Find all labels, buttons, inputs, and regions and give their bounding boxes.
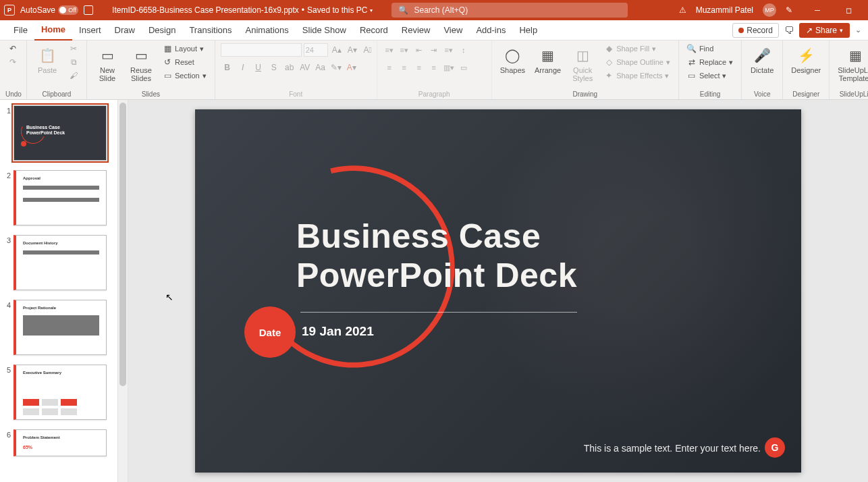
search-box[interactable]: 🔍 — [391, 3, 628, 18]
tab-slideshow[interactable]: Slide Show — [296, 20, 353, 41]
sample-text[interactable]: This is a sample text. Enter your text h… — [584, 443, 761, 454]
tab-help[interactable]: Help — [512, 20, 544, 41]
maximize-button[interactable]: ◻ — [833, 0, 864, 20]
thumbnail-row[interactable]: 4 Project Rationale — [3, 300, 115, 355]
tab-draw[interactable]: Draw — [108, 20, 142, 41]
scrollbar-handle[interactable] — [119, 103, 126, 386]
tab-transitions[interactable]: Transitions — [182, 20, 238, 41]
thumbnail-5[interactable]: Executive Summary — [13, 365, 107, 420]
shape-effects-button[interactable]: ✦Shape Effects ▾ — [601, 70, 673, 81]
slide-title[interactable]: Business Case PowerPoint Deck — [296, 217, 577, 295]
date-badge[interactable]: Date — [244, 306, 296, 358]
tab-insert[interactable]: Insert — [72, 20, 108, 41]
shapes-button[interactable]: ◯Shapes — [497, 43, 528, 77]
indent-dec-button[interactable]: ⇤ — [412, 43, 426, 57]
chevron-down-icon[interactable]: ▾ — [370, 7, 373, 14]
mode-icon[interactable]: 🗨 — [784, 25, 794, 36]
text-direction-button[interactable]: ↕ — [457, 43, 470, 57]
user-avatar[interactable]: MP — [763, 3, 776, 17]
tab-addins[interactable]: Add-ins — [469, 20, 512, 41]
replace-button[interactable]: ⇄Replace ▾ — [684, 57, 736, 68]
decrease-font-button[interactable]: A▾ — [346, 43, 359, 57]
redo-button[interactable]: ↷ — [5, 57, 20, 68]
tab-design[interactable]: Design — [142, 20, 182, 41]
arrange-button[interactable]: ▦Arrange — [532, 43, 564, 77]
align-center-button[interactable]: ≡ — [398, 61, 411, 74]
justify-button[interactable]: ≡ — [427, 61, 441, 74]
highlight-button[interactable]: ✎▾ — [329, 61, 343, 74]
thumbnail-row[interactable]: 1 Business CasePowerPoint Deck — [3, 105, 115, 161]
bold-button[interactable]: B — [221, 61, 234, 74]
toggle-switch[interactable]: Off — [58, 5, 78, 15]
user-name[interactable]: Muzammil Patel — [696, 5, 753, 15]
new-slide-button[interactable]: ▭ New Slide — [92, 43, 122, 85]
search-input[interactable] — [414, 5, 621, 15]
warning-icon[interactable] — [679, 5, 686, 15]
slide-editor[interactable]: Business Case PowerPoint Deck Date 19 Ja… — [128, 100, 868, 482]
designer-button[interactable]: ⚡Designer — [788, 43, 823, 77]
increase-font-button[interactable]: A▴ — [330, 43, 344, 57]
shape-outline-button[interactable]: ◇Shape Outline ▾ — [601, 57, 673, 68]
align-right-button[interactable]: ≡ — [412, 61, 426, 74]
reuse-slides-button[interactable]: ▭ Reuse Slides — [126, 43, 156, 85]
cut-button[interactable]: ✂ — [66, 43, 81, 54]
thumbnail-row[interactable]: 6 Problem Statement 65% — [3, 429, 115, 456]
columns-button[interactable]: ▥▾ — [442, 61, 456, 74]
quick-styles-button[interactable]: ◫Quick Styles — [568, 43, 597, 85]
paste-button[interactable]: 📋 Paste — [32, 43, 62, 77]
save-icon[interactable] — [84, 5, 93, 15]
tab-review[interactable]: Review — [395, 20, 437, 41]
underline-button[interactable]: U — [252, 61, 265, 74]
font-color-button[interactable]: A▾ — [345, 61, 358, 74]
layout-button[interactable]: ▦Layout ▾ — [160, 43, 209, 54]
g-badge[interactable]: G — [765, 437, 785, 458]
minimize-button[interactable]: ─ — [802, 0, 833, 20]
tab-file[interactable]: File — [7, 20, 34, 41]
thumbnail-6[interactable]: Problem Statement 65% — [13, 429, 107, 456]
thumbnail-row[interactable]: 5 Executive Summary — [3, 365, 115, 420]
align-left-button[interactable]: ≡ — [383, 61, 396, 74]
thumbnail-4[interactable]: Project Rationale — [13, 300, 107, 355]
thumbnail-scrollbar[interactable] — [117, 100, 128, 482]
tab-view[interactable]: View — [437, 20, 469, 41]
section-button[interactable]: ▭Section ▾ — [160, 70, 209, 81]
thumbnail-3[interactable]: Document History — [13, 235, 107, 290]
convert-smartart-button[interactable]: ▭ — [457, 61, 470, 74]
shape-fill-button[interactable]: ◆Shape Fill ▾ — [601, 43, 673, 54]
italic-button[interactable]: I — [236, 61, 250, 74]
spacing-button[interactable]: AV — [298, 61, 312, 74]
tab-home[interactable]: Home — [34, 20, 72, 41]
slideuplift-button[interactable]: ▦SlideUpLift Templates — [835, 43, 868, 85]
format-painter-button[interactable]: 🖌 — [66, 70, 81, 81]
thumbnail-row[interactable]: 3 Document History — [3, 235, 115, 290]
undo-button[interactable]: ↶ — [5, 43, 20, 54]
thumbnail-row[interactable]: 2 Approval — [3, 170, 115, 225]
filename-area[interactable]: ItemID-6658-Business Case Presentation-1… — [112, 5, 373, 15]
autosave-toggle[interactable]: AutoSave Off — [20, 5, 78, 15]
numbering-button[interactable]: ≡▾ — [398, 43, 411, 57]
ribbon-collapse-button[interactable]: ⌄ — [855, 26, 861, 34]
shadow-button[interactable]: ab — [283, 61, 296, 74]
dictate-button[interactable]: 🎤Dictate — [747, 43, 777, 77]
bullets-button[interactable]: ≡▾ — [383, 43, 396, 57]
select-button[interactable]: ▭Select ▾ — [684, 70, 736, 81]
find-button[interactable]: 🔍Find — [684, 43, 736, 54]
reset-button[interactable]: ↺Reset — [160, 57, 209, 68]
font-family-select[interactable] — [221, 43, 302, 57]
pen-icon[interactable]: ✎ — [786, 5, 792, 15]
date-value[interactable]: 19 Jan 2021 — [302, 324, 374, 339]
share-button[interactable]: ↗ Share ▾ — [799, 23, 850, 38]
clear-format-button[interactable]: A⃠ — [361, 43, 375, 57]
line-spacing-button[interactable]: ≡▾ — [442, 43, 456, 57]
tab-record[interactable]: Record — [353, 20, 395, 41]
font-size-select[interactable] — [304, 43, 328, 57]
copy-button[interactable]: ⧉ — [66, 57, 81, 68]
tab-animations[interactable]: Animations — [239, 20, 296, 41]
thumbnail-2[interactable]: Approval — [13, 170, 107, 225]
indent-inc-button[interactable]: ⇥ — [427, 43, 441, 57]
case-button[interactable]: Aa — [314, 61, 327, 74]
record-button[interactable]: Record — [732, 23, 779, 38]
strike-button[interactable]: S — [267, 61, 281, 74]
slide-canvas[interactable]: Business Case PowerPoint Deck Date 19 Ja… — [195, 109, 801, 473]
thumbnail-1[interactable]: Business CasePowerPoint Deck — [13, 105, 107, 161]
